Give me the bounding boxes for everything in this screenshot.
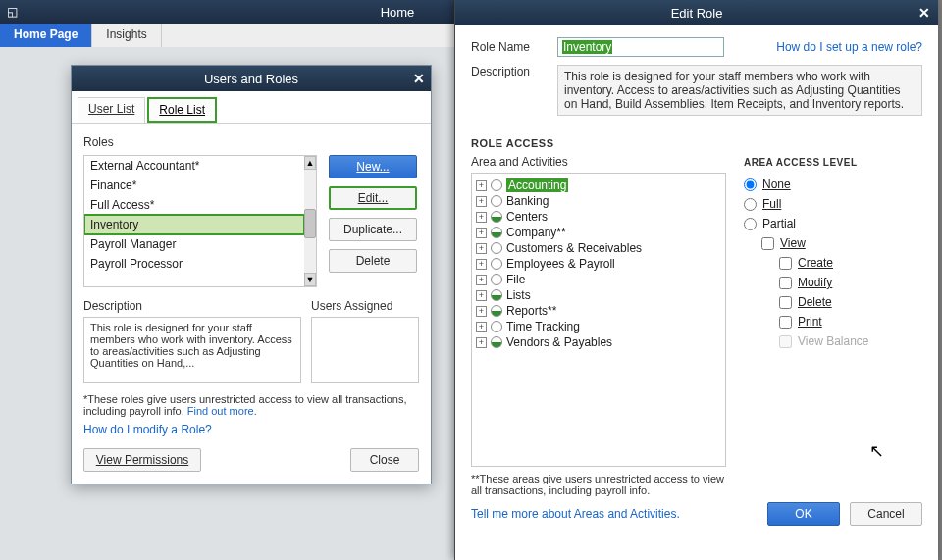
role-name-input[interactable]: Inventory bbox=[557, 37, 724, 57]
tree-item-file[interactable]: +File bbox=[474, 272, 723, 287]
check-modify[interactable]: Modify bbox=[779, 276, 922, 289]
check-view-balance: View Balance bbox=[779, 334, 922, 348]
role-item[interactable]: Payroll Processor bbox=[84, 254, 316, 274]
edit-role-titlebar: Edit Role ✕ bbox=[455, 0, 938, 25]
tree-item-customers[interactable]: +Customers & Receivables bbox=[474, 240, 723, 256]
users-assigned-label: Users Assigned bbox=[311, 299, 419, 313]
tree-item-accounting[interactable]: +Accounting bbox=[474, 178, 723, 193]
scroll-down-icon[interactable]: ▼ bbox=[304, 273, 316, 286]
tree-item-centers[interactable]: +Centers bbox=[474, 209, 723, 225]
users-assigned-box bbox=[311, 317, 419, 383]
tab-role-list[interactable]: Role List bbox=[147, 97, 217, 123]
tree-item-lists[interactable]: +Lists bbox=[474, 287, 723, 303]
role-name-label: Role Name bbox=[471, 40, 548, 54]
tree-item-employees[interactable]: +Employees & Payroll bbox=[474, 256, 723, 272]
view-permissions-button[interactable]: View Permissions bbox=[83, 448, 201, 472]
areas-footnote: **These areas give users unrestricted ac… bbox=[471, 473, 726, 496]
users-roles-titlebar: Users and Roles ✕ bbox=[72, 66, 431, 91]
new-button[interactable]: New... bbox=[329, 155, 417, 178]
roles-listbox[interactable]: External Accountant* Finance* Full Acces… bbox=[83, 155, 317, 287]
check-view[interactable]: View bbox=[761, 236, 922, 250]
roles-label: Roles bbox=[83, 135, 419, 149]
edit-role-title: Edit Role bbox=[483, 6, 911, 21]
tab-home-page[interactable]: Home Page bbox=[0, 24, 92, 47]
delete-button[interactable]: Delete bbox=[329, 249, 417, 273]
modify-role-link[interactable]: How do I modify a Role? bbox=[83, 423, 419, 436]
find-out-more-link[interactable]: Find out more. bbox=[187, 405, 257, 417]
roles-footnote: *These roles give users unrestricted acc… bbox=[83, 393, 419, 417]
tree-item-reports[interactable]: +Reports** bbox=[474, 303, 723, 319]
users-and-roles-dialog: Users and Roles ✕ User List Role List Ro… bbox=[71, 65, 432, 484]
radio-full[interactable]: Full bbox=[744, 197, 922, 211]
role-item[interactable]: Finance* bbox=[84, 176, 316, 195]
tree-item-vendors[interactable]: +Vendors & Payables bbox=[474, 334, 723, 350]
tab-insights[interactable]: Insights bbox=[92, 24, 161, 47]
description-label: Description bbox=[471, 65, 548, 78]
area-activities-tree[interactable]: +Accounting +Banking +Centers +Company**… bbox=[471, 173, 726, 467]
check-print[interactable]: Print bbox=[779, 315, 922, 329]
role-item[interactable]: Full Access* bbox=[84, 195, 316, 215]
description-textarea[interactable]: This role is designed for your staff mem… bbox=[557, 65, 922, 116]
setup-role-link[interactable]: How do I set up a new role? bbox=[776, 40, 922, 54]
ok-button[interactable]: OK bbox=[767, 502, 840, 526]
area-access-level-title: AREA ACCESS LEVEL bbox=[744, 157, 922, 168]
close-icon[interactable]: ✕ bbox=[911, 5, 938, 21]
edit-role-dialog: Edit Role ✕ Role Name Inventory How do I… bbox=[454, 0, 938, 560]
check-delete[interactable]: Delete bbox=[779, 295, 922, 309]
close-button[interactable]: Close bbox=[350, 448, 419, 472]
role-item-selected[interactable]: Inventory bbox=[83, 214, 305, 235]
cancel-button[interactable]: Cancel bbox=[850, 502, 922, 526]
tree-item-company[interactable]: +Company** bbox=[474, 225, 723, 240]
tree-item-banking[interactable]: +Banking bbox=[474, 193, 723, 209]
area-access-level-panel: AREA ACCESS LEVEL None Full Partial View… bbox=[744, 155, 922, 496]
duplicate-button[interactable]: Duplicate... bbox=[329, 218, 417, 241]
area-activities-label: Area and Activities bbox=[471, 155, 726, 169]
description-label: Description bbox=[83, 299, 301, 313]
users-roles-tabs: User List Role List bbox=[72, 91, 431, 124]
role-access-section: ROLE ACCESS bbox=[471, 137, 922, 149]
radio-none[interactable]: None bbox=[744, 178, 922, 191]
scroll-thumb[interactable] bbox=[304, 209, 316, 238]
close-icon[interactable]: ✕ bbox=[407, 71, 431, 86]
scroll-up-icon[interactable]: ▲ bbox=[304, 156, 316, 170]
tab-user-list[interactable]: User List bbox=[78, 97, 145, 123]
restore-icon[interactable]: ◱ bbox=[0, 5, 24, 19]
check-create[interactable]: Create bbox=[779, 256, 922, 270]
radio-partial[interactable]: Partial bbox=[744, 217, 922, 230]
edit-button[interactable]: Edit... bbox=[329, 186, 417, 210]
description-box: This role is designed for your staff mem… bbox=[83, 317, 301, 383]
scrollbar[interactable]: ▲ ▼ bbox=[304, 156, 316, 286]
tree-item-time[interactable]: +Time Tracking bbox=[474, 319, 723, 334]
tell-me-more-link[interactable]: Tell me more about Areas and Activities. bbox=[471, 507, 680, 521]
role-item[interactable]: External Accountant* bbox=[84, 156, 316, 176]
users-roles-title: Users and Roles bbox=[95, 72, 407, 86]
role-item[interactable]: Payroll Manager bbox=[84, 234, 316, 254]
